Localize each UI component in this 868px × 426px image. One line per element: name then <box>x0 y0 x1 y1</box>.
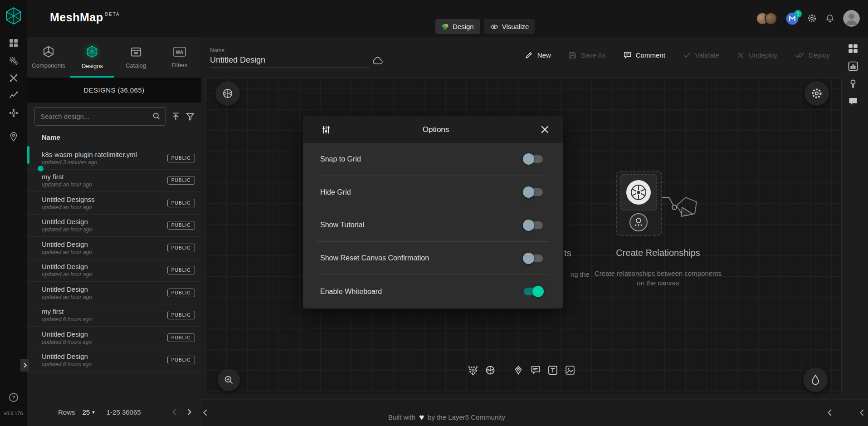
svg-text:WA: WA <box>176 49 183 55</box>
design-list-item[interactable]: Untitled Designss updated an hour ago PU… <box>27 192 201 215</box>
list-scrollbar-thumb[interactable] <box>27 146 29 164</box>
validate-button[interactable]: Validate <box>683 51 719 59</box>
metrics-chart-icon[interactable] <box>848 61 858 72</box>
extensions-icon[interactable] <box>0 108 27 118</box>
design-name: k8s-wasm-plugin-ratelimiter.yml <box>42 151 167 158</box>
canvas-options-button[interactable] <box>805 81 829 106</box>
double-check-icon <box>795 51 805 59</box>
option-row-reset-canvas-confirmation: Show Reset Canvas Confirmation <box>317 242 549 275</box>
rows-per-page-select[interactable]: 25 ▾ <box>83 408 95 416</box>
beta-tag: BETA <box>105 12 120 17</box>
layer5-logo-icon[interactable] <box>4 6 24 26</box>
visualize-mode-button[interactable]: Visualize <box>484 19 535 34</box>
footer-credit: Built with ♥ by the Layer5 Community <box>388 413 505 421</box>
right-panel-dock <box>848 43 858 107</box>
tune-sliders-icon <box>321 125 331 135</box>
design-list-item[interactable]: Untitled Design updated 8 hours ago PUBL… <box>27 349 201 372</box>
dashboard-icon[interactable] <box>0 38 27 48</box>
design-name-label: Name <box>210 47 224 54</box>
meshery-session-button[interactable]: 1 <box>786 12 799 25</box>
design-list-item[interactable]: Untitled Design updated 8 hours ago PUBL… <box>27 327 201 349</box>
tab-components[interactable]: Components <box>27 37 70 78</box>
kubernetes-icon[interactable] <box>485 365 496 376</box>
design-name: Untitled Design <box>42 330 167 338</box>
reset-canvas-confirmation-toggle[interactable] <box>524 255 543 262</box>
collapse-right-drawer-chevron[interactable] <box>859 409 865 416</box>
design-list-item[interactable]: my first updated an hour ago PUBLIC <box>27 170 201 192</box>
hide-grid-toggle[interactable] <box>524 188 543 196</box>
undeploy-button[interactable]: Undeploy <box>736 51 777 59</box>
new-button[interactable]: New <box>525 51 551 59</box>
comments-chat-icon[interactable] <box>848 96 858 107</box>
cloud-save-status-icon <box>372 55 384 66</box>
next-page-button[interactable] <box>187 408 192 416</box>
search-row <box>27 103 201 130</box>
occluded-hint-title-fragment: ts <box>564 248 571 259</box>
lifecycle-gears-icon[interactable] <box>0 56 27 66</box>
canvas-dock-toggle-button[interactable] <box>215 81 240 106</box>
help-icon[interactable]: ? <box>0 392 27 402</box>
options-modal-header: Options <box>303 116 563 143</box>
sidebar-tabs: Components Designs Catalog WA <box>27 37 201 78</box>
collapse-left-drawer-chevron[interactable] <box>202 409 208 416</box>
visibility-badge: PUBLIC <box>167 356 195 364</box>
filter-icon[interactable] <box>185 112 195 121</box>
close-icon[interactable] <box>541 125 549 134</box>
performance-icon[interactable] <box>0 90 27 100</box>
zoom-button[interactable] <box>218 369 240 391</box>
search-input[interactable] <box>40 113 152 120</box>
shapes-pen-icon[interactable] <box>513 365 524 376</box>
visibility-badge: PUBLIC <box>167 199 195 207</box>
collaborator-avatars[interactable] <box>756 12 777 25</box>
enable-whiteboard-toggle[interactable] <box>524 288 543 295</box>
show-tutorial-toggle[interactable] <box>524 221 543 229</box>
mesh-components-icon[interactable] <box>468 365 478 376</box>
tab-catalog[interactable]: Catalog <box>114 37 158 78</box>
design-list-item[interactable]: Untitled Design updated an hour ago PUBL… <box>27 260 201 282</box>
comment-bubble-icon[interactable] <box>530 365 541 376</box>
mode-switcher: Design Visualize <box>435 19 535 34</box>
design-updated: updated an hour ago <box>42 249 167 255</box>
deploy-button[interactable]: Deploy <box>795 51 830 59</box>
configuration-tools-icon[interactable] <box>0 73 27 83</box>
visibility-badge: PUBLIC <box>167 244 195 252</box>
collapse-bottom-drawer-chevron[interactable] <box>827 409 833 416</box>
settings-gear-icon[interactable] <box>807 14 817 23</box>
tab-filters[interactable]: WA Filters <box>158 37 201 78</box>
design-list-item[interactable]: Untitled Design updated an hour ago PUBL… <box>27 282 201 304</box>
interaction-tap-icon[interactable] <box>848 78 858 89</box>
design-name-input[interactable] <box>210 54 370 68</box>
options-modal: Options Snap to Grid Hide Grid Show Tuto… <box>303 116 563 308</box>
ink-drop-button[interactable] <box>803 367 828 392</box>
designs-sidebar: Components Designs Catalog WA <box>27 37 201 426</box>
connections-pin-icon[interactable] <box>0 132 27 142</box>
save-as-button[interactable]: Save As <box>568 51 606 59</box>
option-row-snap-to-grid: Snap to Grid <box>317 143 549 176</box>
user-avatar[interactable] <box>843 10 860 27</box>
design-list-item[interactable]: Untitled Design updated an hour ago PUBL… <box>27 237 201 260</box>
comment-button[interactable]: Comment <box>623 51 665 59</box>
design-list-item[interactable]: my first updated 6 hours ago PUBLIC <box>27 304 201 327</box>
views-grid-icon[interactable] <box>848 43 858 54</box>
search-icon[interactable] <box>152 112 161 121</box>
app-name: MeshMap <box>50 11 103 24</box>
design-mode-button[interactable]: Design <box>435 19 480 34</box>
design-updated: updated an hour ago <box>42 226 167 233</box>
previous-page-button[interactable] <box>172 408 177 416</box>
media-image-icon[interactable] <box>565 365 575 376</box>
create-relationships-illustration <box>615 169 701 238</box>
option-row-enable-whiteboard: Enable Whiteboard <box>317 275 549 308</box>
tab-designs[interactable]: Designs <box>70 37 114 78</box>
design-list-item[interactable]: Untitled Design updated an hour ago PUBL… <box>27 215 201 237</box>
nav-expander-handle[interactable] <box>20 359 29 372</box>
snap-to-grid-toggle[interactable] <box>524 155 543 163</box>
notifications-bell-icon[interactable] <box>825 14 834 23</box>
design-name: Untitled Design <box>42 240 167 248</box>
text-tool-icon[interactable] <box>547 365 558 376</box>
option-label: Hide Grid <box>317 188 351 196</box>
design-list-item[interactable]: k8s-wasm-plugin-ratelimiter.yml updated … <box>27 147 201 170</box>
design-updated: updated 6 hours ago <box>42 316 167 323</box>
toggle-knob <box>523 220 534 231</box>
designs-list: k8s-wasm-plugin-ratelimiter.yml updated … <box>27 147 201 372</box>
import-design-icon[interactable] <box>171 112 180 121</box>
